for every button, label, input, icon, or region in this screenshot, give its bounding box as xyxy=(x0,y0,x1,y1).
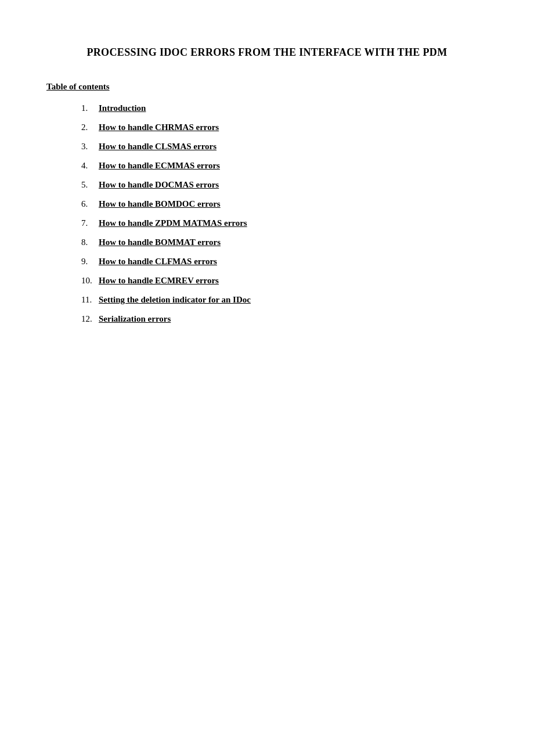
toc-item-link[interactable]: Setting the deletion indicator for an ID… xyxy=(99,295,251,305)
toc-item-link[interactable]: How to handle CLFMAS errors xyxy=(99,257,217,267)
toc-item-number: 7. xyxy=(81,218,99,228)
toc-list-item: 12.Serialization errors xyxy=(81,314,488,324)
toc-item-link[interactable]: How to handle CHRMAS errors xyxy=(99,123,219,132)
toc-list: 1.Introduction2.How to handle CHRMAS err… xyxy=(46,103,488,324)
toc-item-number: 10. xyxy=(81,276,99,286)
toc-item-number: 5. xyxy=(81,180,99,190)
toc-list-item: 7.How to handle ZPDM MATMAS errors xyxy=(81,218,488,228)
toc-list-item: 10.How to handle ECMREV errors xyxy=(81,276,488,286)
toc-list-item: 4.How to handle ECMMAS errors xyxy=(81,161,488,171)
toc-item-link[interactable]: How to handle BOMDOC errors xyxy=(99,199,221,209)
toc-list-item: 2.How to handle CHRMAS errors xyxy=(81,123,488,132)
toc-item-link[interactable]: Serialization errors xyxy=(99,314,171,324)
toc-list-item: 8.How to handle BOMMAT errors xyxy=(81,237,488,247)
toc-list-item: 11.Setting the deletion indicator for an… xyxy=(81,295,488,305)
toc-item-link[interactable]: How to handle ZPDM MATMAS errors xyxy=(99,218,247,228)
toc-item-number: 12. xyxy=(81,314,99,324)
toc-item-link[interactable]: How to handle BOMMAT errors xyxy=(99,237,221,247)
toc-item-link[interactable]: How to handle DOCMAS errors xyxy=(99,180,219,190)
toc-item-link[interactable]: How to handle ECMREV errors xyxy=(99,276,219,286)
toc-list-item: 1.Introduction xyxy=(81,103,488,113)
toc-item-number: 4. xyxy=(81,161,99,171)
toc-item-link[interactable]: How to handle CLSMAS errors xyxy=(99,142,217,152)
toc-item-link[interactable]: Introduction xyxy=(99,103,146,113)
toc-list-item: 6.How to handle BOMDOC errors xyxy=(81,199,488,209)
toc-list-item: 9.How to handle CLFMAS errors xyxy=(81,257,488,267)
toc-item-number: 1. xyxy=(81,103,99,113)
toc-list-item: 3.How to handle CLSMAS errors xyxy=(81,142,488,152)
toc-section: Table of contents 1.Introduction2.How to… xyxy=(46,82,488,324)
toc-list-item: 5.How to handle DOCMAS errors xyxy=(81,180,488,190)
toc-item-number: 6. xyxy=(81,199,99,209)
toc-heading: Table of contents xyxy=(46,82,488,92)
toc-item-number: 11. xyxy=(81,295,99,305)
toc-item-number: 2. xyxy=(81,123,99,132)
toc-item-number: 8. xyxy=(81,237,99,247)
toc-item-number: 3. xyxy=(81,142,99,152)
toc-item-number: 9. xyxy=(81,257,99,267)
toc-item-link[interactable]: How to handle ECMMAS errors xyxy=(99,161,220,171)
page-title: PROCESSING IDOC ERRORS FROM THE INTERFAC… xyxy=(46,46,488,59)
